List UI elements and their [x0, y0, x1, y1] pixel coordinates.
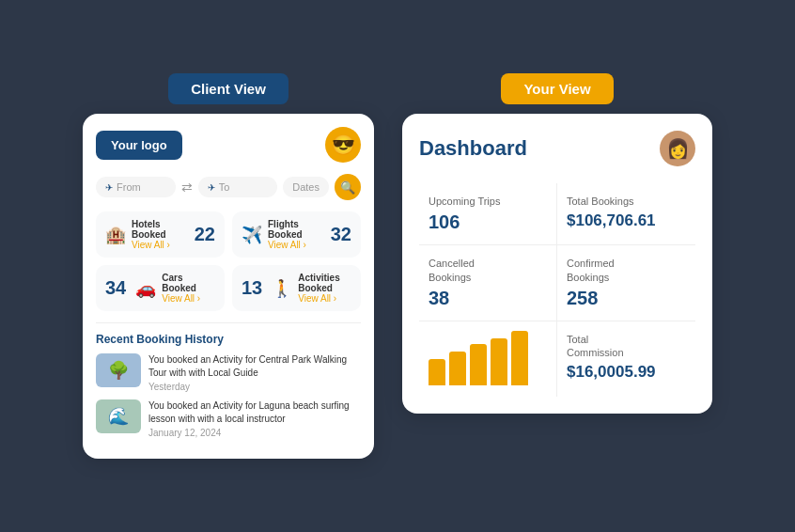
chart-cell — [419, 321, 557, 397]
avatar-emoji: 😎 — [332, 133, 355, 156]
activity-icon: 🚶 — [272, 278, 292, 299]
history-text-1: You booked an Activity for Central Park … — [148, 353, 361, 380]
total-bookings-cell: Total Bookings $106,706.61 — [557, 183, 695, 245]
client-card: Your logo 😎 ✈ From ⇄ ✈ To Dates — [83, 114, 374, 459]
activities-view-all[interactable]: View All › — [298, 293, 339, 304]
hotels-view-all[interactable]: View All › — [132, 240, 170, 250]
bar-3 — [470, 344, 487, 385]
dashboard-card: Dashboard 👩 Upcoming Trips 106 Total Boo… — [402, 114, 712, 414]
commission-value: $16,0005.99 — [567, 363, 686, 382]
hotels-count: 22 — [195, 224, 215, 245]
flights-stat: ✈️ FlightsBooked View All › 32 — [232, 211, 361, 258]
total-bookings-label: Total Bookings — [567, 195, 686, 208]
hotel-icon: 🏨 — [105, 225, 126, 245]
history-img-2: 🌊 — [96, 399, 141, 433]
bar-4 — [491, 338, 507, 385]
dashboard-title: Dashboard — [419, 136, 527, 161]
cars-view-all[interactable]: View All › — [162, 293, 200, 304]
logo-button[interactable]: Your logo — [96, 131, 182, 160]
swap-icon: ⇄ — [181, 180, 193, 195]
client-section: Client View Your logo 😎 ✈ From ⇄ ✈ To — [83, 73, 374, 459]
cars-count: 34 — [105, 277, 126, 299]
bar-1 — [429, 359, 445, 385]
cars-stat: 34 🚗 CarsBooked View All › — [96, 265, 225, 311]
plane-icon-2: ✈ — [208, 182, 215, 193]
flights-label: FlightsBooked — [268, 219, 306, 240]
stats-grid: 🏨 HotelsBooked View All › 22 ✈️ FlightsB… — [96, 211, 361, 311]
commission-cell: TotalCommission $16,0005.99 — [557, 321, 695, 397]
history-title: Recent Booking History — [96, 333, 361, 346]
upcoming-trips-cell: Upcoming Trips 106 — [419, 183, 557, 245]
confirmed-value: 258 — [567, 288, 686, 309]
activities-count: 13 — [242, 277, 262, 299]
history-img-1: 🌳 — [96, 353, 141, 387]
client-card-header: Your logo 😎 — [96, 127, 361, 163]
bar-5 — [511, 331, 528, 385]
activities-stat: 13 🚶 ActivitiesBooked View All › — [232, 265, 361, 311]
your-view-label: Your View — [501, 73, 613, 104]
upcoming-trips-value: 106 — [429, 211, 547, 233]
agent-avatar-emoji: 👩 — [666, 137, 690, 160]
metrics-grid: Upcoming Trips 106 Total Bookings $106,7… — [419, 183, 695, 321]
confirmed-label: ConfirmedBookings — [567, 257, 686, 284]
history-date-1: Yesterday — [148, 382, 361, 392]
client-avatar: 😎 — [325, 127, 361, 163]
bottom-row: TotalCommission $16,0005.99 — [419, 321, 695, 397]
flights-icon: ✈️ — [242, 225, 262, 245]
from-input[interactable]: ✈ From — [96, 177, 176, 197]
client-view-label: Client View — [168, 73, 288, 104]
hotels-label: HotelsBooked — [132, 219, 170, 240]
dates-input[interactable]: Dates — [283, 177, 329, 197]
commission-label: TotalCommission — [567, 333, 686, 360]
bar-2 — [449, 352, 466, 385]
dashboard-header: Dashboard 👩 — [419, 131, 695, 166]
history-item-2: 🌊 You booked an Activity for Laguna beac… — [96, 399, 361, 438]
car-icon: 🚗 — [135, 278, 156, 299]
plane-icon: ✈ — [105, 182, 113, 193]
upcoming-trips-label: Upcoming Trips — [429, 195, 547, 208]
to-input[interactable]: ✈ To — [198, 177, 278, 197]
cancelled-bookings-cell: CancelledBookings 38 — [419, 245, 557, 321]
agent-avatar: 👩 — [660, 131, 695, 166]
total-bookings-value: $106,706.61 — [567, 211, 686, 230]
history-item-1: 🌳 You booked an Activity for Central Par… — [96, 353, 361, 392]
history-date-2: January 12, 2024 — [148, 428, 361, 438]
flights-view-all[interactable]: View All › — [268, 240, 306, 250]
hotels-stat: 🏨 HotelsBooked View All › 22 — [96, 211, 225, 258]
confirmed-bookings-cell: ConfirmedBookings 258 — [557, 245, 695, 321]
booking-history: Recent Booking History 🌳 You booked an A… — [96, 322, 361, 438]
cancelled-value: 38 — [429, 288, 547, 309]
activities-label: ActivitiesBooked — [298, 273, 339, 293]
history-text-2: You booked an Activity for Laguna beach … — [148, 399, 361, 426]
main-container: Client View Your logo 😎 ✈ From ⇄ ✈ To — [64, 55, 731, 477]
your-section: Your View Dashboard 👩 Upcoming Trips 106… — [402, 73, 712, 414]
search-button[interactable]: 🔍 — [335, 174, 361, 200]
cars-label: CarsBooked — [162, 273, 200, 293]
flights-count: 32 — [331, 224, 351, 245]
search-bar: ✈ From ⇄ ✈ To Dates 🔍 — [96, 174, 361, 200]
cancelled-label: CancelledBookings — [429, 257, 547, 284]
